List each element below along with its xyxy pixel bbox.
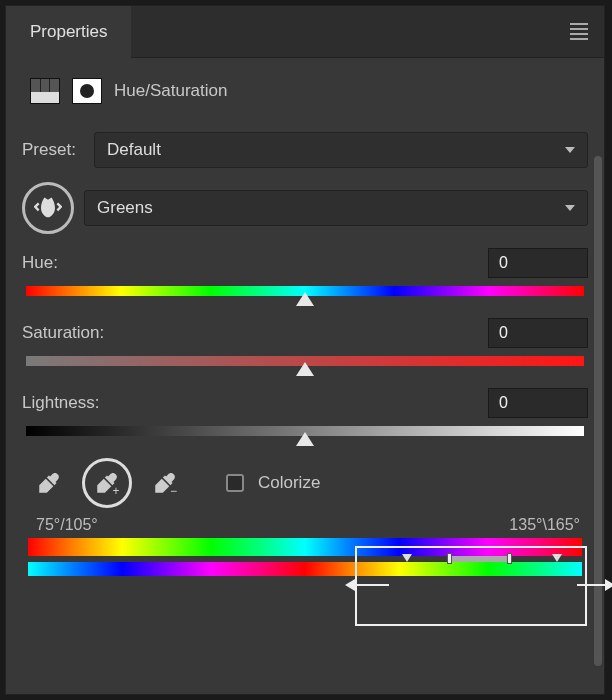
annotation-highlight-box xyxy=(355,546,587,626)
saturation-slider[interactable] xyxy=(26,356,584,366)
eyedropper-icon[interactable] xyxy=(30,464,68,502)
preset-label: Preset: xyxy=(22,140,84,160)
range-labels: 75°/105° 135°\165° xyxy=(22,516,588,538)
colorize-checkbox[interactable] xyxy=(226,474,244,492)
tab-bar: Properties xyxy=(6,6,604,58)
hue-slider-group: Hue: 0 xyxy=(22,248,588,296)
layer-mask-icon[interactable] xyxy=(72,78,102,104)
adjustment-header: Hue/Saturation xyxy=(6,58,604,124)
panel-scrollbar[interactable] xyxy=(594,156,602,666)
panel-menu-icon[interactable] xyxy=(570,23,588,40)
saturation-slider-group: Saturation: 0 xyxy=(22,318,588,366)
chevron-down-icon xyxy=(565,147,575,153)
annotation-arrow-left xyxy=(353,584,389,586)
chevron-down-icon xyxy=(565,205,575,211)
channel-select[interactable]: Greens xyxy=(84,190,588,226)
range-right-label: 135°\165° xyxy=(509,516,580,534)
hue-value-input[interactable]: 0 xyxy=(488,248,588,278)
channel-value: Greens xyxy=(97,198,153,218)
adjustment-type-icon[interactable] xyxy=(30,78,60,104)
colorize-label: Colorize xyxy=(258,473,320,493)
eyedropper-row: + − Colorize xyxy=(30,458,588,508)
lightness-label: Lightness: xyxy=(22,393,488,413)
lightness-value-input[interactable]: 0 xyxy=(488,388,588,418)
eyedropper-add-icon[interactable]: + xyxy=(82,458,132,508)
adjustment-title: Hue/Saturation xyxy=(114,81,227,101)
svg-text:+: + xyxy=(112,484,119,496)
saturation-label: Saturation: xyxy=(22,323,488,343)
hue-slider[interactable] xyxy=(26,286,584,296)
preset-select[interactable]: Default xyxy=(94,132,588,168)
lightness-slider[interactable] xyxy=(26,426,584,436)
saturation-value-input[interactable]: 0 xyxy=(488,318,588,348)
targeted-adjustment-tool[interactable] xyxy=(22,182,74,234)
lightness-slider-thumb[interactable] xyxy=(296,432,314,446)
annotation-arrow-right xyxy=(577,584,607,586)
hue-label: Hue: xyxy=(22,253,488,273)
lightness-slider-group: Lightness: 0 xyxy=(22,388,588,436)
eyedropper-subtract-icon[interactable]: − xyxy=(146,464,184,502)
preset-value: Default xyxy=(107,140,161,160)
saturation-slider-thumb[interactable] xyxy=(296,362,314,376)
tab-properties[interactable]: Properties xyxy=(6,6,131,58)
range-left-label: 75°/105° xyxy=(36,516,98,534)
svg-text:−: − xyxy=(170,484,177,496)
hue-slider-thumb[interactable] xyxy=(296,292,314,306)
